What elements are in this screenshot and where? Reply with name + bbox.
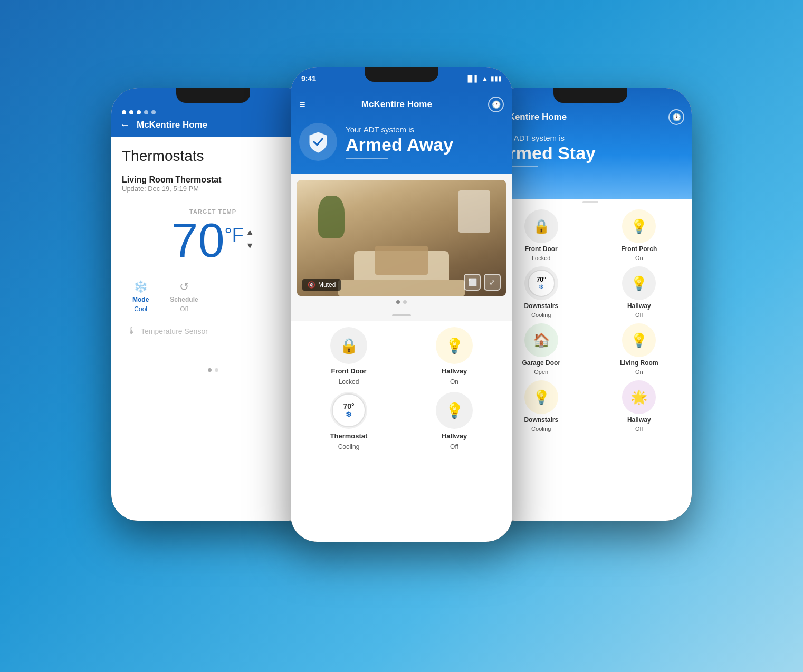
hallway-on-icon-circle: 💡 (436, 327, 473, 364)
snowflake-icon: ❄️ (133, 280, 148, 294)
right-front-porch-status: On (635, 255, 643, 261)
history-button[interactable]: 🕐 (488, 97, 504, 112)
center-header-top: ≡ McKentire Home 🕐 (299, 97, 504, 112)
hallway-on-status: On (450, 378, 458, 386)
thermostats-title: Thermostats (122, 148, 304, 165)
right-thermostat-dial: 70° ❄ (528, 270, 555, 297)
right-device-front-porch[interactable]: 💡 Front Porch On (593, 209, 686, 261)
armed-title: Armed Away (346, 135, 453, 155)
right-hallway-off-status: Off (635, 312, 643, 318)
cool-icon: ❄ (346, 410, 352, 419)
schedule-icon: ↺ (179, 280, 189, 294)
right-history-button[interactable]: 🕐 (668, 109, 684, 125)
hallway-off-status: Off (450, 443, 458, 450)
right-thermostat-temp: 70° (537, 276, 546, 283)
device-hallway-off[interactable]: 💡 Hallway Off (405, 392, 504, 450)
temp-up-arrow[interactable]: ▲ (246, 227, 254, 237)
right-refresh-row: ↺ 2 (496, 174, 684, 184)
right-front-porch-name: Front Porch (621, 245, 657, 253)
right-downstairs-circle: 💡 (524, 380, 558, 414)
center-notch (365, 67, 438, 82)
schedule-label: Schedule (170, 296, 198, 303)
right-clock-icon: 🕐 (672, 113, 681, 121)
right-device-hallway-off[interactable]: 💡 Hallway Off (593, 266, 686, 318)
mute-icon: 🔇 (308, 281, 316, 289)
device-front-door[interactable]: 🔒 Front Door Locked (299, 327, 398, 386)
cam-dot-2[interactable] (403, 300, 407, 304)
right-lock-icon: 🔒 (533, 218, 550, 235)
right-drag-bar[interactable] (582, 201, 598, 203)
right-hallway-off-icon: 💡 (630, 275, 647, 292)
left-header-title: McKentire Home (137, 120, 207, 130)
phone-left-inner: ← McKentire Home Thermostats Living Room… (111, 88, 314, 521)
right-notch (553, 88, 627, 103)
right-living-room-status: On (635, 369, 643, 375)
phone-center-inner: 9:41 ▐▌▌ ▲ ▮▮▮ ≡ McKentire Home 🕐 (291, 67, 512, 542)
center-time: 9:41 (301, 74, 316, 83)
right-downstairs-icon: 💡 (533, 389, 550, 406)
right-hallway-off-circle: 💡 (622, 266, 656, 300)
right-garage-name: Garage Door (522, 359, 560, 367)
drag-bar (392, 314, 411, 316)
right-thermostat-name: Downstairs (524, 302, 558, 310)
mode-cool-item[interactable]: ❄️ Mode Cool (132, 280, 149, 313)
back-button[interactable]: ← (120, 119, 130, 131)
temp-down-arrow[interactable]: ▼ (246, 241, 254, 251)
sensor-label: Temperature Sensor (141, 327, 208, 335)
mode-value: Cool (134, 305, 147, 313)
temp-arrows[interactable]: ▲ ▼ (246, 227, 254, 251)
hallway-off-icon-circle: 💡 (436, 392, 473, 429)
temp-number: 70 (171, 217, 224, 264)
schedule-item[interactable]: ↺ Schedule Off (170, 280, 198, 313)
battery-icon: ▮▮▮ (491, 75, 502, 82)
muted-badge[interactable]: 🔇 Muted (302, 279, 341, 291)
thermometer-icon: 🌡 (127, 325, 137, 337)
front-door-status: Locked (339, 378, 359, 386)
right-porch-circle: 💡 (622, 209, 656, 243)
camera-controls: ⬜ ⤢ (464, 274, 501, 291)
dot4 (144, 110, 148, 114)
dot5 (151, 110, 156, 114)
menu-icon[interactable]: ≡ (299, 99, 305, 111)
right-hallway-purple-icon: 🌟 (630, 389, 647, 406)
device-thermostat[interactable]: 70° ❄ Thermostat Cooling (299, 392, 398, 450)
phone-right: McKentire Home 🕐 Your ADT system is Arme… (489, 88, 692, 521)
right-device-hallway-purple[interactable]: 🌟 Hallway Off (593, 380, 686, 432)
right-downstairs-name: Downstairs (524, 416, 558, 424)
right-hallway-purple-circle: 🌟 (622, 380, 656, 414)
hallway-off-name: Hallway (442, 432, 467, 440)
armed-text: Your ADT system is Armed Away (346, 125, 453, 159)
armed-subtitle: Your ADT system is (346, 125, 453, 134)
right-thermostat-icon: ❄ (539, 283, 544, 291)
camera-feed[interactable]: 🔇 Muted ⬜ ⤢ (297, 180, 506, 296)
thermostat-icon-circle: 70° ❄ (330, 392, 367, 429)
thermostat-temp: 70° (343, 402, 354, 410)
left-status-dots (122, 110, 156, 114)
page-dot-1[interactable] (208, 368, 212, 372)
cam-expand-btn[interactable]: ⤢ (484, 274, 501, 291)
right-lock-circle: 🔒 (524, 209, 558, 243)
page-dot-2[interactable] (215, 368, 218, 372)
dot1 (122, 110, 126, 114)
right-hallway-purple-name: Hallway (627, 416, 651, 424)
center-drag-handle[interactable] (291, 310, 512, 321)
thermostat-device-name: Living Room Thermostat (122, 175, 304, 185)
thermostat-name: Thermostat (330, 432, 368, 440)
right-porch-icon: 💡 (630, 218, 647, 235)
temp-unit: °F (224, 224, 243, 246)
muted-label: Muted (318, 281, 336, 289)
cam-fullscreen-btn[interactable]: ⬜ (464, 274, 481, 291)
device-hallway-on[interactable]: 💡 Hallway On (405, 327, 504, 386)
signal-icon: ▐▌▌ (466, 75, 480, 82)
temp-display: 70 °F ▲ ▼ (122, 217, 304, 264)
camera-section: 🔇 Muted ⬜ ⤢ (291, 174, 512, 310)
armed-underline (346, 158, 388, 159)
right-device-living-room[interactable]: 💡 Living Room On (593, 323, 686, 375)
right-device-grid: 🔒 Front Door Locked 💡 Front Porch On (489, 205, 692, 438)
cam-dot-1[interactable] (396, 300, 400, 304)
right-living-room-circle: 💡 (622, 323, 656, 357)
shield-container[interactable] (299, 123, 337, 161)
left-app-header: ← McKentire Home (111, 114, 314, 137)
bulb-on-icon: 💡 (445, 337, 464, 354)
right-thermostat-status: Cooling (531, 312, 551, 318)
